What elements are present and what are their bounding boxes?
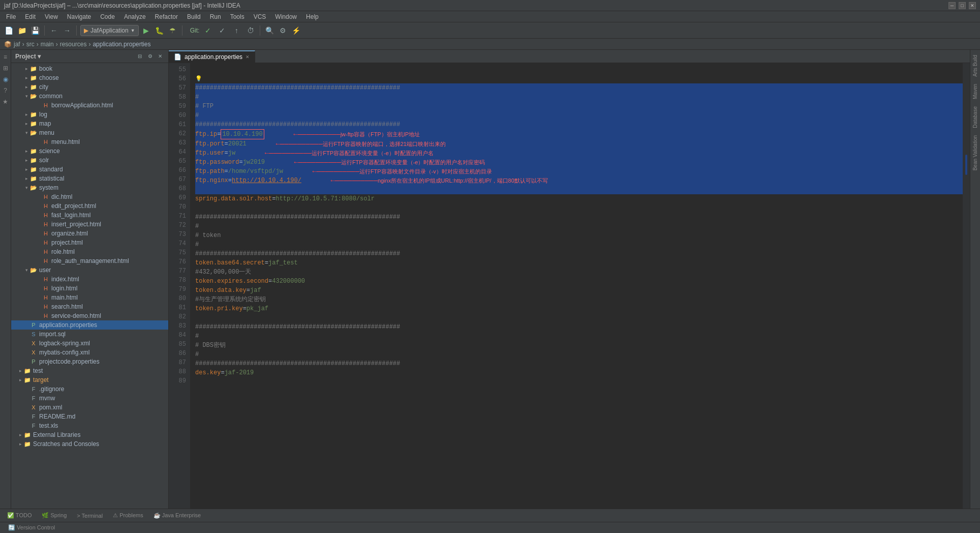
tree-item-statistical[interactable]: ▸📁statistical [11, 174, 168, 183]
coverage-button[interactable]: ☂ [167, 25, 178, 36]
tree-item-logback[interactable]: Xlogback-spring.xml [11, 339, 168, 348]
sidebar-close-button[interactable]: ✕ [156, 52, 164, 61]
tree-item-solr[interactable]: ▸📁solr [11, 156, 168, 165]
learn-icon-btn[interactable]: ? [1, 85, 11, 96]
project-icon-btn[interactable]: ◉ [1, 74, 11, 84]
tree-item-mybatis[interactable]: Xmybatis-config.xml [11, 348, 168, 357]
back-button[interactable]: ← [48, 25, 59, 36]
settings-button[interactable]: ⚙ [277, 25, 288, 36]
sidebar-collapse-button[interactable]: ⊟ [136, 52, 144, 61]
tree-item-readme[interactable]: FREADME.md [11, 412, 168, 421]
tree-item-mainHtml[interactable]: Hmain.html [11, 293, 168, 302]
close-button[interactable]: ✕ [969, 2, 976, 9]
tree-item-dicHtml[interactable]: Hdic.html [11, 192, 168, 201]
menu-item-run[interactable]: Run [206, 12, 225, 21]
terminal-button[interactable]: ⚡ [290, 25, 301, 36]
menu-item-file[interactable]: File [2, 12, 20, 21]
forward-button[interactable]: → [62, 25, 73, 36]
tree-item-log[interactable]: ▸📁log [11, 110, 168, 119]
code-area[interactable]: 💡#######################################… [190, 63, 963, 509]
tree-item-gitignore[interactable]: F.gitignore [11, 384, 168, 394]
tab-close-icon[interactable]: ✕ [246, 54, 250, 60]
menu-item-tools[interactable]: Tools [226, 12, 249, 21]
tree-item-testXls[interactable]: Ftest.xls [11, 421, 168, 430]
tree-item-projectcode[interactable]: Pprojectcode.properties [11, 357, 168, 366]
tree-item-role[interactable]: Hrole.html [11, 247, 168, 256]
hierarchy-icon-btn[interactable]: ⊞ [1, 63, 11, 73]
arts-build-tab[interactable]: Arts Build [971, 52, 979, 80]
tree-item-roleAuth[interactable]: Hrole_auth_management.html [11, 256, 168, 265]
tree-item-common[interactable]: ▾📂common [11, 92, 168, 101]
structure-icon-btn[interactable]: ≡ [1, 52, 11, 62]
menu-item-help[interactable]: Help [302, 12, 323, 21]
tree-item-loginHtml[interactable]: Hlogin.html [11, 284, 168, 293]
breadcrumb-src[interactable]: src [26, 41, 35, 48]
favorites-icon-btn[interactable]: ★ [1, 97, 11, 107]
run-button[interactable]: ▶ [141, 25, 152, 36]
save-all-button[interactable]: 💾 [29, 25, 41, 36]
open-button[interactable]: 📁 [16, 25, 27, 36]
menu-item-build[interactable]: Build [183, 12, 205, 21]
tree-item-science[interactable]: ▸📁science [11, 146, 168, 156]
tree-item-system[interactable]: ▾📂system [11, 183, 168, 192]
tree-item-project[interactable]: Hproject.html [11, 238, 168, 247]
maximize-button[interactable]: □ [959, 2, 966, 9]
maven-tab[interactable]: Maven [971, 81, 979, 102]
git-commit-button[interactable]: ✓ [217, 25, 228, 36]
menu-item-window[interactable]: Window [271, 12, 301, 21]
tree-item-appProps[interactable]: Papplication.properties [11, 320, 168, 330]
git-update-button[interactable]: ✓ [202, 25, 213, 36]
bean-validation-tab[interactable]: Bean Validation [971, 132, 979, 173]
tab-application-properties[interactable]: 📄 application.properties ✕ [169, 50, 255, 63]
tree-item-externalLibs[interactable]: ▸📁External Libraries [11, 430, 168, 439]
tree-item-searchHtml[interactable]: Hsearch.html [11, 302, 168, 311]
tree-item-menuHtml[interactable]: Hmenu.html [11, 137, 168, 146]
menu-item-view[interactable]: View [41, 12, 62, 21]
bottom-tab-spring[interactable]: 🌿 Spring [38, 511, 71, 520]
tree-item-user[interactable]: ▾📂user [11, 265, 168, 275]
bottom-tab-todo[interactable]: ✅ TODO [3, 511, 36, 520]
git-push-button[interactable]: ↑ [231, 25, 242, 36]
tree-item-indexHtml[interactable]: Hindex.html [11, 275, 168, 284]
bottom-tab-terminal[interactable]: > Terminal [73, 512, 107, 520]
menu-item-refactor[interactable]: Refactor [151, 12, 182, 21]
new-file-button[interactable]: 📄 [3, 25, 14, 36]
tree-item-insertProject[interactable]: Hinsert_project.html [11, 220, 168, 229]
menu-item-vcs[interactable]: VCS [250, 12, 270, 21]
menu-item-navigate[interactable]: Navigate [63, 12, 95, 21]
tree-item-choose[interactable]: ▸📁choose [11, 73, 168, 82]
tree-item-standard[interactable]: ▸📁standard [11, 165, 168, 174]
run-config-selector[interactable]: ▶ JafApplication ▼ [80, 25, 139, 36]
breadcrumb-main[interactable]: main [41, 41, 54, 48]
tree-item-map[interactable]: ▸📁map [11, 119, 168, 128]
tree-item-city[interactable]: ▸📁city [11, 82, 168, 92]
tree-item-book[interactable]: ▸📁book [11, 64, 168, 73]
database-tab[interactable]: Database [971, 103, 979, 131]
tree-item-pomXml[interactable]: Xpom.xml [11, 403, 168, 412]
tree-item-target[interactable]: ▸📁target [11, 375, 168, 384]
menu-item-edit[interactable]: Edit [21, 12, 40, 21]
tree-item-test[interactable]: ▸📁test [11, 366, 168, 375]
tree-item-menu[interactable]: ▾📂menu [11, 128, 168, 137]
tree-label-appProps: application.properties [39, 321, 97, 329]
git-history-button[interactable]: ⏱ [245, 25, 256, 36]
find-button[interactable]: 🔍 [264, 25, 275, 36]
breadcrumb-file[interactable]: application.properties [93, 41, 150, 48]
menu-item-analyze[interactable]: Analyze [120, 12, 150, 21]
breadcrumb-resources[interactable]: resources [60, 41, 87, 48]
menu-item-code[interactable]: Code [96, 12, 119, 21]
tree-item-serviceDemoHtml[interactable]: Hservice-demo.html [11, 311, 168, 320]
tree-item-organize[interactable]: Horganize.html [11, 229, 168, 238]
tree-item-fastLogin[interactable]: Hfast_login.html [11, 211, 168, 220]
tree-item-borrowApplication[interactable]: HborrowApplication.html [11, 101, 168, 110]
bottom-tab-problems[interactable]: ⚠ Problems [109, 511, 147, 520]
tree-item-importSql[interactable]: Simport.sql [11, 330, 168, 339]
debug-button[interactable]: 🐛 [154, 25, 165, 36]
tree-item-editProject[interactable]: Hedit_project.html [11, 201, 168, 211]
bottom-tab-java-enterprise[interactable]: ☕ Java Enterprise [149, 511, 205, 520]
tree-item-scratches[interactable]: ▸📁Scratches and Consoles [11, 439, 168, 449]
tree-item-mvnw[interactable]: Fmvnw [11, 394, 168, 403]
sidebar-settings-button[interactable]: ⚙ [146, 52, 154, 61]
version-control-tab[interactable]: 🔄 Version Control [4, 523, 59, 532]
minimize-button[interactable]: ─ [948, 2, 956, 9]
